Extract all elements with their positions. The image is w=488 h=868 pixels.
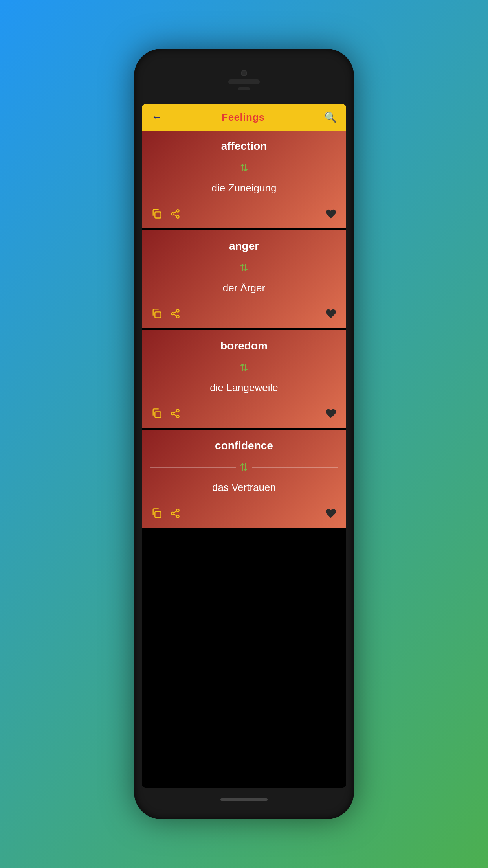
german-word-confidence: das Vertrauen (142, 477, 346, 502)
german-word-boredom: die Langeweile (142, 377, 346, 402)
card-actions-affection (142, 202, 346, 228)
svg-line-5 (174, 211, 176, 213)
front-sensor (238, 87, 250, 90)
svg-point-3 (176, 215, 179, 218)
divider-right (252, 168, 338, 168)
svg-point-7 (176, 309, 179, 312)
heart-icon-boredom[interactable] (325, 408, 337, 422)
heart-icon-anger[interactable] (325, 308, 337, 322)
heart-icon-affection[interactable] (325, 208, 337, 223)
speaker (228, 79, 260, 84)
divider-left (150, 467, 236, 468)
share-icon-affection[interactable] (170, 209, 180, 222)
swap-icon-affection[interactable]: ⇅ (240, 162, 248, 174)
share-icon-boredom[interactable] (170, 408, 180, 421)
svg-line-23 (174, 511, 176, 513)
phone-top-bar (142, 57, 346, 104)
copy-icon-anger[interactable] (151, 308, 162, 322)
svg-point-20 (171, 512, 174, 515)
svg-point-21 (176, 515, 179, 518)
swap-icon-confidence[interactable]: ⇅ (240, 462, 248, 474)
divider-left (150, 168, 236, 168)
svg-point-15 (176, 415, 179, 418)
svg-line-16 (174, 414, 176, 416)
svg-point-19 (176, 509, 179, 512)
svg-rect-18 (155, 511, 161, 517)
search-icon[interactable]: 🔍 (324, 111, 337, 123)
header-title: Feelings (222, 111, 264, 123)
divider-right (252, 368, 338, 368)
word-card-boredom: boredom ⇅ die Langeweile (142, 330, 346, 428)
home-indicator (220, 798, 268, 801)
phone-frame: ← Feelings 🔍 affection ⇅ die Zuneigung (134, 49, 354, 819)
copy-icon-confidence[interactable] (151, 508, 162, 522)
swap-divider-anger: ⇅ (142, 259, 346, 277)
card-actions-confidence (142, 502, 346, 528)
svg-line-10 (174, 314, 176, 316)
english-word-anger: anger (142, 230, 346, 259)
svg-line-4 (174, 215, 176, 216)
svg-point-2 (171, 213, 174, 215)
svg-point-13 (176, 409, 179, 412)
back-button[interactable]: ← (151, 111, 162, 123)
svg-line-22 (174, 514, 176, 516)
english-word-boredom: boredom (142, 330, 346, 359)
svg-point-9 (176, 315, 179, 318)
svg-line-11 (174, 311, 176, 313)
camera (241, 70, 247, 76)
action-left-affection (151, 208, 180, 222)
svg-rect-0 (155, 212, 161, 218)
copy-icon-affection[interactable] (151, 208, 162, 222)
swap-icon-anger[interactable]: ⇅ (240, 262, 248, 274)
heart-icon-confidence[interactable] (325, 508, 337, 522)
swap-divider-boredom: ⇅ (142, 359, 346, 377)
app-header: ← Feelings 🔍 (142, 104, 346, 131)
svg-line-17 (174, 411, 176, 413)
svg-point-8 (171, 313, 174, 315)
svg-point-1 (176, 210, 179, 212)
german-word-anger: der Ärger (142, 277, 346, 302)
action-left-confidence (151, 508, 180, 522)
svg-rect-6 (155, 312, 161, 318)
divider-left (150, 368, 236, 368)
swap-icon-boredom[interactable]: ⇅ (240, 362, 248, 374)
word-card-confidence: confidence ⇅ das Vertrauen (142, 430, 346, 528)
card-actions-anger (142, 302, 346, 328)
phone-screen: ← Feelings 🔍 affection ⇅ die Zuneigung (142, 104, 346, 788)
divider-left (150, 268, 236, 268)
action-left-boredom (151, 408, 180, 422)
card-actions-boredom (142, 402, 346, 428)
swap-divider-confidence: ⇅ (142, 458, 346, 477)
share-icon-confidence[interactable] (170, 508, 180, 521)
phone-bottom (220, 788, 268, 811)
copy-icon-boredom[interactable] (151, 408, 162, 422)
content-area: affection ⇅ die Zuneigung (142, 131, 346, 788)
share-icon-anger[interactable] (170, 309, 180, 322)
word-card-anger: anger ⇅ der Ärger (142, 230, 346, 328)
word-card-affection: affection ⇅ die Zuneigung (142, 131, 346, 228)
divider-right (252, 467, 338, 468)
svg-point-14 (171, 412, 174, 415)
german-word-affection: die Zuneigung (142, 177, 346, 202)
swap-divider-affection: ⇅ (142, 159, 346, 177)
divider-right (252, 268, 338, 268)
svg-rect-12 (155, 412, 161, 417)
english-word-confidence: confidence (142, 430, 346, 458)
action-left-anger (151, 308, 180, 322)
english-word-affection: affection (142, 131, 346, 159)
